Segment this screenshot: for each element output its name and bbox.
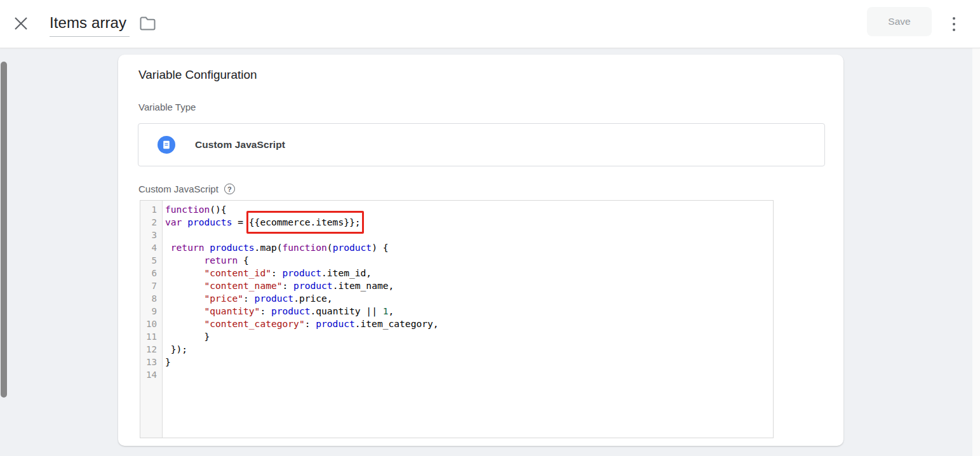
custom-javascript-row: Custom JavaScript ? [138, 184, 235, 194]
more-vertical-icon[interactable] [948, 13, 960, 35]
variable-type-selector[interactable]: Custom JavaScript [138, 123, 825, 166]
content-area: Variable Configuration Variable Type Cus… [0, 48, 980, 456]
variable-type-name: Custom JavaScript [195, 139, 285, 151]
card-heading: Variable Configuration [138, 68, 257, 82]
scrollbar-track[interactable] [972, 48, 980, 456]
variable-title-field[interactable]: Items array [50, 13, 126, 33]
scrollbar-thumb[interactable] [1, 62, 7, 398]
title-underline [50, 36, 130, 37]
variable-configuration-card: Variable Configuration Variable Type Cus… [118, 55, 843, 446]
close-icon[interactable] [12, 15, 30, 32]
folder-icon[interactable] [139, 16, 157, 32]
variable-type-label: Variable Type [138, 102, 196, 112]
page-title: Items array [50, 13, 126, 33]
help-icon[interactable]: ? [224, 184, 235, 194]
save-button[interactable]: Save [867, 7, 932, 36]
custom-javascript-label: Custom JavaScript [138, 184, 218, 194]
editor-gutter: 1234567891011121314 [140, 201, 163, 438]
document-icon [158, 136, 175, 154]
top-bar: Items array Save [0, 0, 980, 48]
code-lines[interactable]: function(){var products = {{ecommerce.it… [163, 201, 773, 438]
code-editor[interactable]: 1234567891011121314 function(){var produ… [140, 200, 774, 438]
